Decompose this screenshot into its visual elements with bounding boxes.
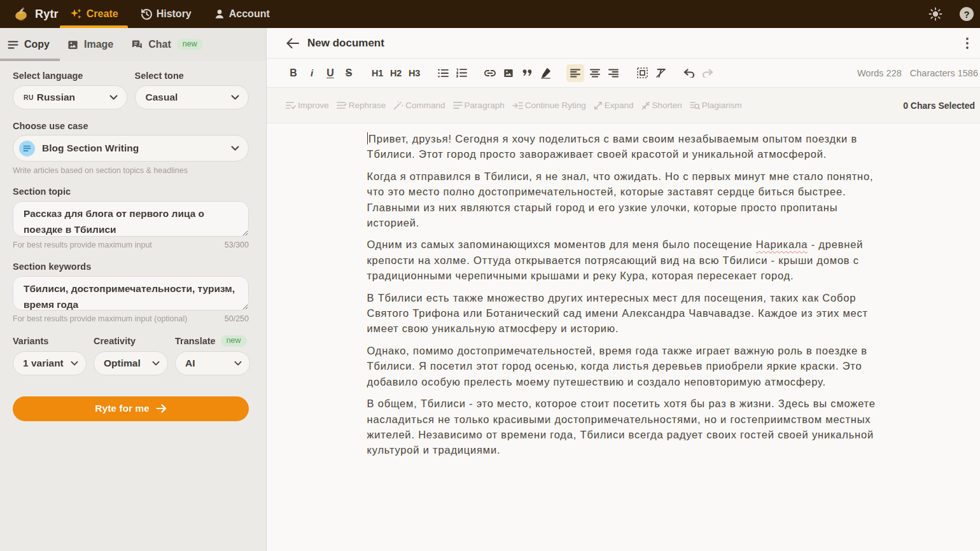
- tone-value: Casual: [146, 92, 178, 103]
- variants-select[interactable]: 1 variant: [13, 351, 87, 375]
- section-topic-input[interactable]: Рассказ для блога от первого лица о поез…: [13, 201, 249, 237]
- top-navigation: Create History Account: [59, 0, 281, 28]
- highlight-pen-button[interactable]: [538, 64, 553, 82]
- help-icon[interactable]: ?: [960, 7, 974, 21]
- brand[interactable]: Rytr: [13, 0, 59, 28]
- translate-new-badge: new: [221, 335, 247, 347]
- ryte-for-me-button[interactable]: Ryte for me: [13, 396, 249, 421]
- back-arrow-icon[interactable]: [286, 38, 300, 49]
- editor-scroll-area[interactable]: Привет, друзья! Сегодня я хочу поделитьс…: [267, 123, 980, 551]
- plagiarism-button[interactable]: Plagiarism: [690, 101, 742, 110]
- nav-account[interactable]: Account: [202, 0, 281, 28]
- select-tone-label: Select tone: [135, 71, 249, 81]
- tab-image[interactable]: Image: [60, 28, 123, 61]
- select-all-button[interactable]: [634, 64, 650, 82]
- align-right-button[interactable]: [606, 64, 621, 82]
- brand-name: Rytr: [35, 8, 59, 21]
- image-icon: [67, 39, 78, 50]
- sidebar: Copy Image Chat: [0, 28, 267, 551]
- rephrase-button[interactable]: Rephrase: [337, 101, 386, 110]
- redo-button[interactable]: [700, 64, 715, 82]
- expand-button[interactable]: Expand: [594, 101, 634, 110]
- chevron-down-icon: [231, 95, 239, 100]
- text-segment: Одним из самых запоминающихся моментов д…: [367, 239, 756, 250]
- paragraph[interactable]: Одним из самых запоминающихся моментов д…: [367, 237, 880, 283]
- translate-value: AI: [185, 358, 195, 369]
- text-segment: Однако, помимо достопримечательностей, в…: [367, 345, 867, 387]
- select-language-label: Select language: [13, 71, 127, 81]
- creativity-select[interactable]: Optimal: [94, 351, 168, 375]
- account-icon: [213, 8, 226, 20]
- topbar: Rytr Create History: [0, 0, 980, 28]
- undo-button[interactable]: [682, 64, 697, 82]
- variants-label: Variants: [13, 335, 87, 347]
- kebab-menu-icon[interactable]: [962, 35, 972, 52]
- paragraph[interactable]: В Тбилиси есть также множество других ин…: [367, 290, 880, 337]
- clear-format-button[interactable]: [653, 64, 668, 82]
- shorten-button[interactable]: Shorten: [641, 101, 682, 110]
- ryte-for-me-label: Ryte for me: [95, 403, 149, 414]
- arrow-right-icon: [156, 404, 167, 413]
- topic-helper: For best results provide maximum input: [13, 241, 152, 249]
- section-keywords-label: Section keywords: [13, 262, 249, 272]
- bullet-list-button[interactable]: [435, 64, 451, 82]
- underline-button[interactable]: U: [323, 64, 338, 82]
- tone-select[interactable]: Casual: [135, 85, 249, 109]
- editor-content: Привет, друзья! Сегодня я хочу поделитьс…: [367, 123, 880, 458]
- misspelled-word: Нарикала: [756, 239, 808, 250]
- section-keywords-input[interactable]: Тбилиси, достопримечательности, туризм, …: [13, 276, 249, 310]
- word-count: Words 228: [857, 68, 902, 78]
- paragraph[interactable]: Однако, помимо достопримечательностей, в…: [367, 343, 880, 389]
- h1-button[interactable]: H1: [370, 64, 385, 82]
- ordered-list-button[interactable]: [454, 64, 469, 82]
- tab-chat-label: Chat: [148, 39, 171, 50]
- align-center-button[interactable]: [587, 64, 603, 82]
- sidebar-tabs: Copy Image Chat: [0, 28, 266, 61]
- bold-button[interactable]: B: [286, 64, 301, 82]
- chevron-down-icon: [231, 146, 239, 151]
- use-case-select[interactable]: Blog Section Writing: [13, 135, 249, 162]
- language-prefix: RU: [24, 94, 34, 101]
- insert-image-button[interactable]: [501, 64, 516, 82]
- blockquote-button[interactable]: [519, 64, 535, 82]
- link-button[interactable]: [482, 64, 498, 82]
- document-title: New document: [307, 37, 384, 50]
- align-left-button[interactable]: [566, 64, 584, 82]
- translate-select[interactable]: AI: [175, 351, 250, 375]
- char-count: Characters 1586: [910, 68, 978, 78]
- paragraph[interactable]: Привет, друзья! Сегодня я хочу поделитьс…: [367, 131, 880, 162]
- h3-button[interactable]: H3: [407, 64, 422, 82]
- paragraph-button[interactable]: Paragraph: [453, 101, 505, 110]
- text-segment: Когда я отправился в Тбилиси, я не знал,…: [367, 171, 874, 228]
- text-segment: В Тбилиси есть также множество других ин…: [367, 292, 868, 335]
- keywords-counter: 50/250: [225, 314, 249, 323]
- tab-copy[interactable]: Copy: [0, 28, 60, 61]
- command-button[interactable]: Command: [393, 101, 445, 110]
- paragraph[interactable]: Когда я отправился в Тбилиси, я не знал,…: [367, 169, 880, 231]
- theme-toggle-sun-icon[interactable]: [928, 6, 943, 22]
- use-case-icon: [19, 141, 35, 157]
- history-icon: [140, 8, 153, 21]
- italic-button[interactable]: i: [304, 64, 319, 82]
- h2-button[interactable]: H2: [388, 64, 403, 82]
- sparkles-icon: [69, 7, 83, 21]
- strikethrough-button[interactable]: S: [341, 64, 356, 82]
- nav-history[interactable]: History: [129, 0, 202, 28]
- editor-panel: New document B i U S H1 H2 H3: [267, 28, 980, 551]
- nav-account-label: Account: [229, 8, 270, 20]
- chevron-down-icon: [109, 95, 118, 100]
- language-select[interactable]: RU Russian: [13, 85, 127, 109]
- improve-button[interactable]: Improve: [286, 101, 329, 110]
- paragraph[interactable]: В общем, Тбилиси - это место, которое ст…: [367, 396, 880, 458]
- chat-icon: [131, 39, 143, 50]
- use-case-label: Choose use case: [13, 121, 249, 131]
- copy-lines-icon: [8, 40, 18, 50]
- sidebar-form: Select language RU Russian Select tone C…: [0, 61, 266, 421]
- chat-new-badge: new: [177, 39, 203, 50]
- variants-value: 1 variant: [23, 358, 64, 369]
- format-toolbar: B i U S H1 H2 H3: [267, 59, 980, 88]
- nav-create[interactable]: Create: [59, 0, 129, 28]
- tab-chat[interactable]: Chat new: [123, 28, 213, 61]
- continue-ryting-button[interactable]: Continue Ryting: [512, 101, 586, 110]
- rytr-logo-icon: [13, 6, 31, 23]
